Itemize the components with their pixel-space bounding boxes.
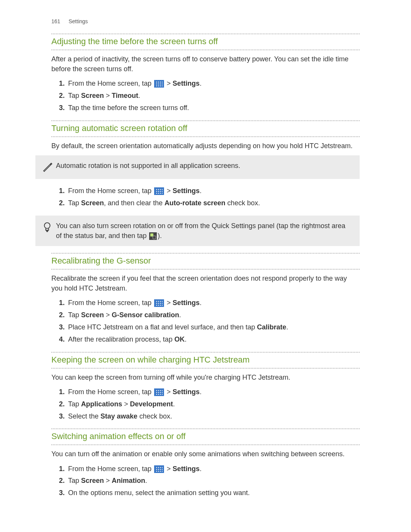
step-bold: Settings	[173, 465, 200, 473]
step-text: From the Home screen, tap	[68, 465, 153, 473]
quick-settings-icon	[149, 232, 157, 240]
step-item: 2. Tap Screen, and then clear the Auto-r…	[59, 198, 360, 209]
divider	[51, 136, 360, 137]
section-heading: Turning automatic screen rotation off	[51, 123, 360, 134]
apps-grid-icon	[154, 187, 164, 195]
section-intro: Recalibrate the screen if you feel that …	[51, 273, 360, 293]
step-item: 3. Tap the time before the screen turns …	[59, 103, 360, 113]
step-bold: Applications	[81, 400, 122, 408]
section-heading: Switching animation effects on or off	[51, 431, 360, 442]
step-bold: Animation	[112, 477, 145, 484]
step-text: Tap	[68, 477, 81, 484]
section-heading: Recalibrating the G-sensor	[51, 256, 360, 267]
step-text: .	[138, 92, 140, 99]
step-text: Tap	[68, 400, 81, 408]
page-number: 161	[51, 18, 60, 24]
running-header: 161 Settings	[51, 18, 360, 24]
step-text: >	[165, 80, 173, 87]
steps-list: 1. From the Home screen, tap > Settings.…	[51, 298, 360, 345]
step-text: From the Home screen, tap	[68, 388, 153, 396]
step-bold: Auto-rotate screen	[164, 199, 225, 207]
step-text: check box.	[137, 412, 172, 420]
step-text: .	[200, 465, 202, 473]
divider	[51, 50, 360, 50]
step-bold: Screen	[81, 92, 104, 99]
step-text: >	[165, 465, 173, 473]
step-item: 3. On the options menu, select the anima…	[59, 488, 360, 498]
step-text: .	[179, 311, 181, 319]
step-text: From the Home screen, tap	[68, 80, 153, 87]
apps-grid-icon	[154, 299, 164, 307]
step-item: 3. Place HTC Jetstream on a flat and lev…	[59, 322, 360, 333]
step-item: 4. After the recalibration process, tap …	[59, 334, 360, 345]
divider	[51, 368, 360, 369]
step-text: .	[200, 80, 202, 87]
step-bold: G-Sensor calibration	[112, 311, 179, 319]
step-text: Place HTC Jetstream on a flat and level …	[68, 323, 257, 331]
tip-callout: You can also turn screen rotation on or …	[35, 216, 360, 246]
section-intro: You can keep the screen from turning off…	[51, 372, 360, 382]
header-section-name: Settings	[68, 18, 88, 24]
divider	[51, 428, 360, 429]
step-bold: Screen	[81, 199, 104, 207]
step-bold: Settings	[173, 299, 200, 307]
step-text: .	[173, 400, 175, 408]
step-text: Tap	[68, 199, 81, 207]
step-bold: Settings	[173, 187, 200, 195]
steps-list: 1. From the Home screen, tap > Settings.…	[51, 186, 360, 209]
section-intro: After a period of inactivity, the screen…	[51, 54, 360, 74]
step-bold: Settings	[173, 388, 200, 396]
note-text: Automatic rotation is not supported in a…	[56, 161, 352, 171]
tip-text-part: ).	[158, 232, 162, 240]
step-text: , and then clear the	[104, 199, 164, 207]
section-heading: Adjusting the time before the screen tur…	[51, 37, 360, 47]
step-item: 1. From the Home screen, tap > Settings.	[59, 387, 360, 398]
step-text: >	[165, 187, 173, 195]
step-text: Select the	[68, 412, 100, 420]
note-callout: Automatic rotation is not supported in a…	[35, 155, 360, 179]
step-bold: Calibrate	[257, 323, 286, 331]
divider	[51, 253, 360, 254]
step-text: >	[104, 311, 112, 319]
step-text: Tap	[68, 92, 81, 99]
step-text: .	[200, 388, 202, 396]
step-item: 1. From the Home screen, tap > Settings.	[59, 464, 360, 474]
step-text: After the recalibration process, tap	[68, 335, 174, 343]
divider	[51, 120, 360, 121]
step-item: 2. Tap Screen > Animation.	[59, 476, 360, 486]
step-item: 1. From the Home screen, tap > Settings.	[59, 298, 360, 308]
step-bold: Settings	[173, 80, 200, 87]
step-text: From the Home screen, tap	[68, 299, 153, 307]
tip-text: You can also turn screen rotation on or …	[56, 221, 352, 241]
step-text: Tap the time before the screen turns off…	[68, 104, 189, 112]
apps-grid-icon	[154, 388, 164, 396]
section-intro: You can turn off the animation or enable…	[51, 449, 360, 459]
step-bold: Screen	[81, 477, 104, 484]
step-text: .	[145, 477, 147, 484]
steps-list: 1. From the Home screen, tap > Settings.…	[51, 387, 360, 422]
step-item: 2. Tap Screen > Timeout.	[59, 91, 360, 101]
divider	[51, 444, 360, 445]
step-text: check box.	[225, 199, 260, 207]
step-item: 1. From the Home screen, tap > Settings.	[59, 78, 360, 89]
step-item: 2. Tap Screen > G-Sensor calibration.	[59, 310, 360, 321]
step-text: .	[185, 335, 186, 343]
step-bold: OK	[174, 335, 185, 343]
step-bold: Development	[130, 400, 173, 408]
steps-list: 1. From the Home screen, tap > Settings.…	[51, 464, 360, 499]
svg-point-0	[45, 223, 50, 228]
step-text: >	[165, 299, 173, 307]
step-item: 2. Tap Applications > Development.	[59, 399, 360, 410]
pencil-icon	[42, 161, 56, 174]
step-bold: Timeout	[112, 92, 139, 99]
step-item: 1. From the Home screen, tap > Settings.	[59, 186, 360, 197]
step-item: 3. Select the Stay awake check box.	[59, 411, 360, 422]
document-page: 161 Settings Adjusting the time before t…	[0, 0, 411, 532]
step-text: >	[122, 400, 130, 408]
step-text: From the Home screen, tap	[68, 187, 153, 195]
step-text: >	[165, 388, 173, 396]
apps-grid-icon	[154, 465, 164, 473]
step-bold: Screen	[81, 311, 104, 319]
step-text: >	[104, 92, 112, 99]
lightbulb-icon	[42, 221, 56, 235]
